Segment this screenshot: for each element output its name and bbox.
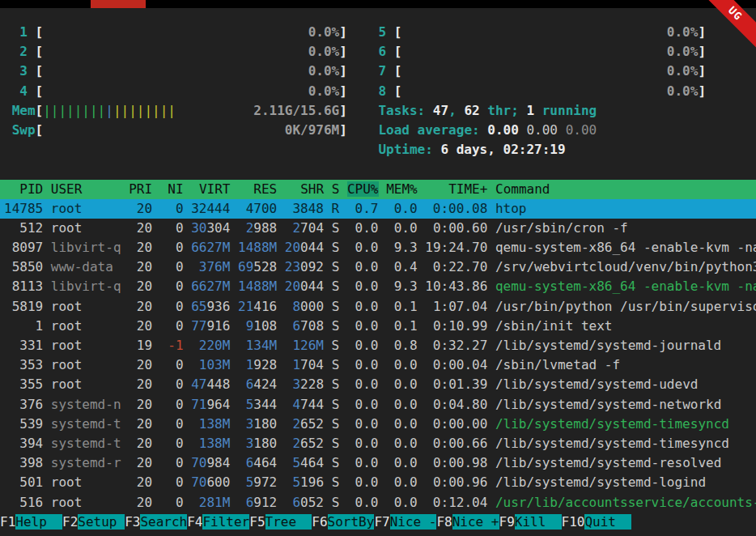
cell-user: libvirt-q <box>51 279 121 294</box>
cpu-meter-row-1: 1 [ 0.0%] 5 [ 0.0%] <box>0 23 756 42</box>
column-header-cpu[interactable]: CPU% <box>347 181 379 197</box>
process-row-539[interactable]: 539 systemd-t 20 0 138M 3180 2652 S 0.0 … <box>0 415 756 434</box>
cpu2-value: 0.0% <box>308 44 340 59</box>
swap-meter-row: Swp[ 0K/976M] Load average: 0.00 0.00 0.… <box>0 121 756 140</box>
cell-user: systemd-t <box>51 416 121 432</box>
fn-label-quit[interactable]: Quit <box>584 514 631 530</box>
fn-label-nice-[interactable]: Nice - <box>390 514 437 530</box>
process-row-501[interactable]: 501 root 20 0 70600 5972 5196 S 0.0 0.0 … <box>0 473 756 492</box>
process-row-398[interactable]: 398 systemd-r 20 0 70984 6464 5464 S 0.0… <box>0 453 756 473</box>
cpu3-label: 3 <box>19 63 28 79</box>
column-header-pid[interactable]: PID <box>4 181 43 197</box>
load-average: Load average: 0.00 0.00 0.00 <box>378 122 597 138</box>
process-row-331[interactable]: 331 root 19 -1 220M 134M 126M S 0.0 0.8 … <box>0 336 756 355</box>
cpu5-label: 5 <box>378 24 386 40</box>
mem-meter-row: Mem[||||||||||||||||| 2.11G/15.6G] Tasks… <box>0 101 756 121</box>
cpu1-value: 0.0% <box>308 24 340 40</box>
cell-user: systemd-n <box>51 397 121 412</box>
cpu4-value: 0.0% <box>308 83 340 99</box>
fn-label-setup[interactable]: Setup <box>78 514 125 530</box>
mem-bar-green: |||||||| <box>43 103 105 118</box>
cell-command: /lib/systemd/systemd-timesyncd <box>495 436 729 451</box>
column-header-user[interactable]: USER <box>51 181 121 197</box>
process-row-5850[interactable]: 5850 www-data 20 0 376M 69528 23092 S 0.… <box>0 257 756 277</box>
fn-key-f5: F5 <box>249 514 265 530</box>
cell-pid: 1 <box>4 318 43 334</box>
cell-command: /sbin/init text <box>495 318 613 334</box>
column-header-virt[interactable]: VIRT <box>191 181 230 197</box>
cell-pid: 353 <box>4 357 43 372</box>
process-row-512[interactable]: 512 root 20 0 30304 2988 2704 S 0.0 0.0 … <box>0 219 756 238</box>
process-row-5819[interactable]: 5819 root 20 0 65936 21416 8000 S 0.0 0.… <box>0 297 756 317</box>
cell-pid: 5850 <box>4 259 43 274</box>
cell-user: root <box>51 357 121 372</box>
cpu6-label: 6 <box>378 44 386 59</box>
cell-pid: 5819 <box>4 299 43 314</box>
column-header-time[interactable]: TIME+ <box>425 181 487 197</box>
cell-command: htop <box>495 201 527 216</box>
column-header-shr[interactable]: SHR <box>285 181 324 197</box>
mem-bar-blue: | <box>105 103 113 118</box>
cell-pid: 501 <box>4 474 43 490</box>
cell-command: /srv/webvirtcloud/venv/bin/python3 <box>495 259 756 274</box>
htop-screen: 1 [ 0.0%] 5 [ 0.0%] 2 [ 0.0%] 6 [ 0.0%] … <box>0 8 756 536</box>
process-row-8097[interactable]: 8097 libvirt-q 20 0 6627M 1488M 20044 S … <box>0 238 756 257</box>
fn-label-search[interactable]: Search <box>140 514 187 530</box>
cell-user: root <box>51 299 121 314</box>
cell-pid: 512 <box>4 220 43 236</box>
fn-label-kill[interactable]: Kill <box>515 514 562 530</box>
process-row-1[interactable]: 1 root 20 0 77916 9108 6708 S 0.0 0.1 0:… <box>0 317 756 336</box>
process-row-14785[interactable]: 14785 root 20 0 32444 4700 3848 R 0.7 0.… <box>0 199 756 219</box>
column-header-res[interactable]: RES <box>238 181 277 197</box>
process-row-376[interactable]: 376 systemd-n 20 0 71964 5344 4744 S 0.0… <box>0 395 756 415</box>
cell-user: root <box>51 318 121 334</box>
process-row-394[interactable]: 394 systemd-t 20 0 138M 3180 2652 S 0.0 … <box>0 434 756 453</box>
cell-user: root <box>51 495 121 510</box>
cell-command: /lib/systemd/systemd-networkd <box>495 397 721 412</box>
cell-command: qemu-system-x86_64 -enable-kvm -na <box>495 240 756 255</box>
cell-pid: 398 <box>4 455 43 470</box>
cpu8-value: 0.0% <box>667 83 699 99</box>
fn-label-sortby[interactable]: SortBy <box>328 514 375 530</box>
process-row-8113[interactable]: 8113 libvirt-q 20 0 6627M 1488M 20044 S … <box>0 277 756 296</box>
cpu6-value: 0.0% <box>667 44 699 59</box>
cell-pid: 394 <box>4 436 43 451</box>
fn-key-f2: F2 <box>62 514 78 530</box>
cpu3-value: 0.0% <box>308 63 340 79</box>
process-row-353[interactable]: 353 root 20 0 103M 1928 1704 S 0.0 0.0 0… <box>0 355 756 375</box>
process-row-516[interactable]: 516 root 20 0 281M 6912 6052 S 0.0 0.0 0… <box>0 493 756 513</box>
column-header-cmd[interactable]: Command <box>495 181 550 197</box>
cpu5-value: 0.0% <box>667 24 699 40</box>
cell-user: libvirt-q <box>51 240 121 255</box>
column-header-mem[interactable]: MEM% <box>386 181 418 197</box>
cpu7-value: 0.0% <box>667 63 699 79</box>
fn-label-nice-[interactable]: Nice + <box>452 514 499 530</box>
cell-pid: 8097 <box>4 240 43 255</box>
fn-label-tree[interactable]: Tree <box>265 514 312 530</box>
cell-pid: 376 <box>4 397 43 412</box>
cpu-meter-row-2: 2 [ 0.0%] 6 [ 0.0%] <box>0 42 756 62</box>
cell-command: /usr/bin/python /usr/bin/superviso <box>495 299 756 314</box>
cell-user: root <box>51 338 121 353</box>
cell-command: qemu-system-x86_64 -enable-kvm -na <box>495 279 756 294</box>
cpu4-label: 4 <box>19 83 28 99</box>
fn-label-help[interactable]: Help <box>15 514 62 530</box>
cell-user: root <box>51 220 121 236</box>
cell-ni: -1 <box>168 338 183 353</box>
fn-key-f8: F8 <box>436 514 452 530</box>
fn-key-f7: F7 <box>374 514 389 530</box>
process-row-355[interactable]: 355 root 20 0 47448 6424 3228 S 0.0 0.0 … <box>0 375 756 394</box>
cell-command: /lib/systemd/systemd-udevd <box>495 376 698 392</box>
cell-user: systemd-r <box>51 455 121 470</box>
cell-command: /lib/systemd/systemd-timesyncd <box>495 416 729 432</box>
uptime-row: Uptime: 6 days, 02:27:19 <box>0 140 756 160</box>
fn-label-filter[interactable]: Filter <box>202 514 249 530</box>
column-header-ni[interactable]: NI <box>160 181 184 197</box>
fn-key-f3: F3 <box>125 514 140 530</box>
cell-user: root <box>51 474 121 490</box>
table-header: PID USER PRI NI VIRT RES SHR S CPU% MEM%… <box>0 180 756 199</box>
column-header-s[interactable]: S <box>332 181 340 197</box>
column-header-pri[interactable]: PRI <box>129 181 152 197</box>
cell-command: /lib/systemd/systemd-logind <box>495 474 706 490</box>
cell-command: /lib/systemd/systemd-resolved <box>495 455 721 470</box>
